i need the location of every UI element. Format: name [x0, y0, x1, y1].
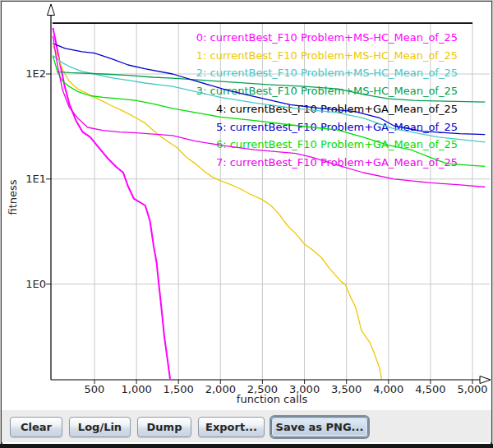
- legend-item-2: 2: currentBest_F10 Problem+MS-HC_Mean_of…: [196, 64, 458, 82]
- legend-item-3: 3: currentBest_F10 Problem+MS-HC_Mean_of…: [196, 82, 458, 100]
- dump-button[interactable]: Dump: [137, 417, 191, 437]
- legend: 0: currentBest_F10 Problem+MS-HC_Mean_of…: [196, 29, 458, 172]
- y-tick-label-1E2: 1E2: [13, 67, 46, 80]
- legend-item-0: 0: currentBest_F10 Problem+MS-HC_Mean_of…: [196, 29, 458, 47]
- export-button[interactable]: Export...: [198, 417, 265, 437]
- plot-canvas[interactable]: fitness function calls 1E21E11E0 5001,00…: [2, 2, 491, 409]
- legend-item-5: 5: currentBest_F10 Problem+GA_Mean_of_25: [196, 118, 458, 136]
- legend-item-1: 1: currentBest_F10 Problem+MS-HC_Mean_of…: [196, 47, 458, 65]
- legend-item-7: 7: currentBest_F10 Problem+GA_Mean_of_25: [196, 154, 458, 172]
- bottom-strip: [0, 444, 493, 448]
- toolbar: ClearLog/LinDumpExport...Save as PNG...: [2, 409, 491, 442]
- x-tick-label-5000: 5,000: [448, 383, 491, 395]
- save-as-png-button[interactable]: Save as PNG...: [271, 417, 368, 437]
- log-lin-button[interactable]: Log/Lin: [69, 417, 131, 437]
- clear-button[interactable]: Clear: [10, 417, 62, 437]
- legend-item-4: 4: currentBest_F10 Problem+GA_Mean_of_25: [196, 100, 458, 118]
- y-tick-label-1E1: 1E1: [13, 173, 46, 185]
- plot-window: fitness function calls 1E21E11E0 5001,00…: [0, 0, 493, 448]
- y-tick-label-1E0: 1E0: [13, 278, 46, 290]
- legend-item-6: 6: currentBest_F10 Problem+GA_Mean_of_25: [196, 136, 458, 154]
